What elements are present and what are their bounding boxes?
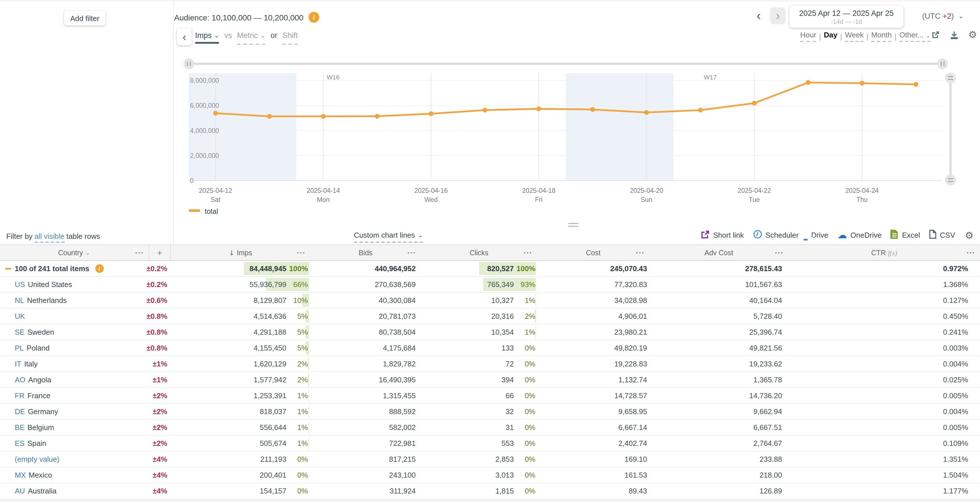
svg-text:Fri: Fri xyxy=(535,196,543,203)
timezone-selector[interactable]: (UTC +2) xyxy=(922,12,964,21)
table-row[interactable]: AUAustralia±4%154,1570%311,9241,8150%89.… xyxy=(0,483,980,499)
table-row[interactable]: FRFrance±2%1,253,3911%1,315,455660%14,72… xyxy=(0,388,980,404)
country-code-link[interactable]: NL xyxy=(15,296,24,304)
country-code-link[interactable]: FR xyxy=(15,391,25,400)
short-link-button[interactable]: Short link xyxy=(701,230,744,240)
column-menu-icon[interactable] xyxy=(636,250,645,255)
open-in-new-icon[interactable] xyxy=(930,30,940,40)
cell-value: 0.450% xyxy=(943,312,968,320)
sampling-error-cell: ±4% xyxy=(149,467,170,483)
cell-value: 765,349 xyxy=(487,280,514,289)
cell-value: 2,402.74 xyxy=(619,439,647,448)
column-header-ctr[interactable]: CTRf(x) xyxy=(788,245,980,260)
country-code-link[interactable]: BE xyxy=(15,423,25,432)
table-row[interactable]: PLPoland±0.8%4,155,4505%4,175,6841330%49… xyxy=(0,340,980,356)
add-column-button[interactable]: + xyxy=(149,245,170,260)
granularity-tab-month[interactable]: Month xyxy=(871,30,891,42)
drive-button[interactable]: Drive xyxy=(808,231,828,239)
table-row[interactable]: UK±0.8%4,514,6365%20,781,07320,3162%4,90… xyxy=(0,309,980,325)
column-header-bids[interactable]: Bids xyxy=(310,245,421,260)
date-prev-button[interactable] xyxy=(757,8,761,23)
column-menu-icon[interactable] xyxy=(297,250,306,255)
column-header-country[interactable]: Country xyxy=(0,245,149,260)
column-menu-icon[interactable] xyxy=(135,250,144,255)
audience-info-icon[interactable]: i xyxy=(309,12,319,23)
country-code-link[interactable]: MX xyxy=(15,471,26,479)
primary-metric-dropdown[interactable]: Imps xyxy=(195,31,219,44)
horizontal-scrollbar[interactable] xyxy=(0,499,980,502)
table-total-row[interactable]: 100 of 241 total itemsi±0.2%84,448,94510… xyxy=(0,261,980,277)
column-menu-icon[interactable] xyxy=(775,250,784,255)
granularity-tab-other[interactable]: Other... xyxy=(899,30,931,42)
granularity-tab-day[interactable]: Day xyxy=(824,30,837,42)
table-row[interactable]: USUnited States±0.2%55,936,79966%270,638… xyxy=(0,277,980,293)
country-code-link[interactable]: AU xyxy=(15,487,25,495)
download-icon[interactable] xyxy=(949,30,959,40)
table-row[interactable]: AOAngola±1%1,577,9422%16,490,3953940%1,1… xyxy=(0,372,980,388)
scheduler-button[interactable]: Scheduler xyxy=(753,230,799,241)
onedrive-button[interactable]: OneDrive xyxy=(837,230,881,240)
percent-of-total-label: 1% xyxy=(288,391,308,400)
column-menu-icon[interactable] xyxy=(524,250,533,255)
column-header-cost[interactable]: Cost xyxy=(537,245,649,260)
table-row[interactable]: (empty value)±4%211,1930%817,2152,8530%1… xyxy=(0,451,980,467)
svg-text:6,000,000: 6,000,000 xyxy=(190,102,219,109)
csv-button[interactable]: CSV xyxy=(929,230,955,241)
panel-resize-handle[interactable] xyxy=(568,223,579,227)
country-code-link[interactable]: AO xyxy=(15,376,25,384)
country-code-link[interactable]: ES xyxy=(15,439,25,448)
country-code-link[interactable]: UK xyxy=(15,312,25,320)
column-header-imps[interactable]: Imps xyxy=(170,245,310,260)
chart-back-button[interactable] xyxy=(177,29,192,45)
imps-header-label: Imps xyxy=(237,249,252,257)
timeseries-chart[interactable]: 2025-04-12Sat2025-04-14Mon2025-04-16Wed2… xyxy=(173,50,980,233)
country-code-link[interactable]: SE xyxy=(15,328,25,336)
add-filter-button[interactable]: Add filter xyxy=(64,11,105,25)
cell-value: 1,620,129 xyxy=(253,360,286,368)
column-menu-icon[interactable] xyxy=(967,250,975,255)
date-next-button[interactable] xyxy=(770,7,786,24)
column-menu-icon[interactable] xyxy=(407,250,416,255)
date-range-picker[interactable]: 2025 Apr 12 — 2025 Apr 25 -14d — -1d xyxy=(789,6,904,28)
shift-option[interactable]: Shift xyxy=(282,31,298,45)
table-row[interactable]: MXMexico±4%200,4010%243,1003,0130%161.53… xyxy=(0,467,980,483)
cost-cell: 89.43 xyxy=(537,483,649,499)
column-header-clicks[interactable]: Clicks xyxy=(421,245,537,260)
sort-descending-icon[interactable] xyxy=(229,249,234,257)
csv-file-icon xyxy=(929,230,937,241)
table-row[interactable]: BEBelgium±2%556,6441%582,002310%6,667.14… xyxy=(0,420,980,436)
all-visible-link[interactable]: all visible xyxy=(35,232,65,243)
compare-metric-dropdown[interactable]: Metric xyxy=(237,31,266,45)
country-code-link[interactable]: DE xyxy=(15,407,25,416)
country-name-label: Netherlands xyxy=(27,296,67,304)
cell-value: 243,100 xyxy=(389,471,416,479)
adv-cost-cell: 2,764.67 xyxy=(649,436,788,451)
cell-value: 1,132.74 xyxy=(619,376,647,384)
imps-cell: 8,129,80710% xyxy=(170,293,310,308)
chart-settings-gear-icon[interactable] xyxy=(967,30,978,40)
audience-header: Audience: 10,100,000 — 10,200,000 i xyxy=(174,12,319,23)
cell-value: 2,764.67 xyxy=(753,439,782,448)
cell-value: 394 xyxy=(502,376,514,384)
table-row[interactable]: ITItaly±1%1,620,1292%1,829,782720%19,228… xyxy=(0,356,980,372)
column-header-adv-cost[interactable]: Adv Cost xyxy=(649,245,788,260)
granularity-tab-hour[interactable]: Hour xyxy=(800,30,816,42)
table-row[interactable]: ESSpain±2%505,6741%722,9815530%2,402.742… xyxy=(0,436,980,451)
cost-cell: 245,070.43 xyxy=(537,261,649,276)
total-info-icon[interactable]: i xyxy=(95,265,103,273)
ctr-cell: 0.972% xyxy=(788,261,980,276)
custom-chart-lines-dropdown[interactable]: Custom chart lines xyxy=(354,231,423,243)
excel-button[interactable]: Excel xyxy=(891,230,920,241)
sampling-error-cell: ±0.8% xyxy=(149,309,170,324)
table-row[interactable]: DEGermany±2%818,0371%888,592320%9,658.95… xyxy=(0,404,980,420)
table-row[interactable]: NLNetherlands±0.6%8,129,80710%40,300,084… xyxy=(0,293,980,309)
country-name-label[interactable]: (empty value) xyxy=(15,455,60,464)
adv-cost-cell: 1,365.78 xyxy=(649,372,788,387)
granularity-tab-week[interactable]: Week xyxy=(845,30,864,42)
table-settings-gear-icon[interactable] xyxy=(964,230,974,240)
cell-value: 161.53 xyxy=(624,471,647,479)
country-code-link[interactable]: IT xyxy=(15,360,21,368)
country-code-link[interactable]: US xyxy=(15,280,25,289)
table-row[interactable]: SESweden±0.8%4,291,1885%80,738,50410,354… xyxy=(0,325,980,340)
country-code-link[interactable]: PL xyxy=(15,344,24,352)
